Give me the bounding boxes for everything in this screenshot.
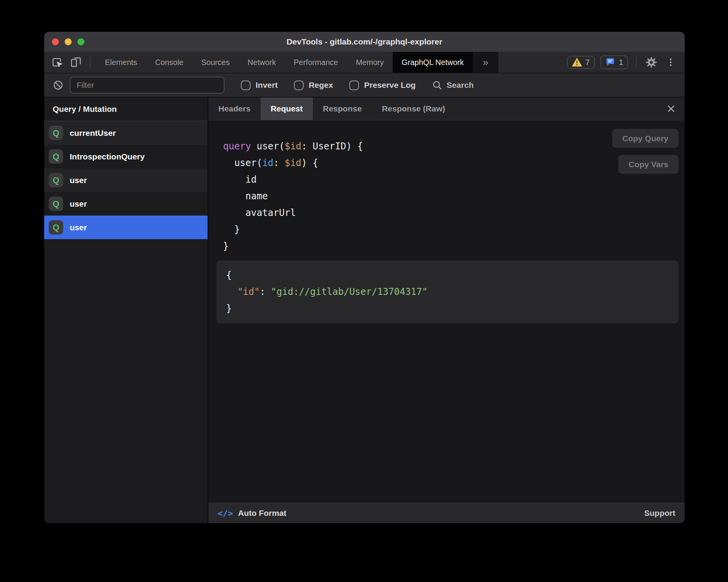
tab-response[interactable]: Response (313, 98, 372, 120)
filter-input[interactable] (70, 77, 225, 94)
checkbox-label-preserve-log: Preserve Log (364, 80, 416, 90)
message-icon (605, 57, 615, 67)
minimize-window-button[interactable] (65, 38, 72, 45)
tab-request[interactable]: Request (261, 98, 313, 120)
list-item-introspectionquery[interactable]: QIntrospectionQuery (44, 145, 208, 168)
code-line: { (226, 267, 669, 284)
list-item-label: user (70, 199, 87, 209)
list-item-label: user (70, 176, 87, 185)
search-label: Search (446, 80, 474, 90)
support-link[interactable]: Support (644, 508, 675, 518)
code-line: } (226, 300, 669, 317)
device-toolbar-icon[interactable] (69, 55, 83, 69)
variables-panel: { "id": "gid://gitlab/User/13704317"} (216, 260, 678, 324)
checkbox-label-regex: Regex (309, 80, 333, 90)
toolbar-right-group: 7 1 (567, 52, 685, 73)
code-line: } (223, 238, 685, 255)
main-split: Query / Mutation QcurrentUserQIntrospect… (44, 98, 685, 523)
search-icon (432, 80, 443, 91)
list-item-user[interactable]: Quser (44, 168, 208, 192)
tab-response-raw[interactable]: Response (Raw) (372, 98, 455, 120)
titlebar: DevTools - gitlab.com/-/graphql-explorer (44, 32, 685, 52)
checkbox-preserve-log[interactable]: Preserve Log (349, 80, 416, 90)
checkbox-box-preserve-log[interactable] (349, 80, 359, 90)
auto-format-label: Auto Format (238, 508, 287, 518)
tab-headers[interactable]: Headers (208, 98, 261, 120)
screen-background: { "window": { "title": "DevTools - gitla… (0, 0, 728, 582)
tab-performance[interactable]: Performance (285, 52, 347, 73)
query-type-badge: Q (49, 126, 63, 140)
copy-buttons: Copy Query Copy Vars (612, 129, 678, 174)
list-item-label: IntrospectionQuery (70, 152, 145, 161)
list-item-label: currentUser (70, 128, 116, 138)
settings-gear-icon[interactable] (644, 55, 658, 69)
kebab-menu-icon[interactable] (664, 55, 678, 69)
list-item-label: user (70, 223, 87, 232)
search-button[interactable]: Search (432, 80, 474, 91)
warning-icon (572, 58, 582, 67)
checkbox-box-invert[interactable] (241, 80, 251, 90)
tab-network[interactable]: Network (239, 52, 285, 73)
clear-filter-icon[interactable] (51, 78, 65, 92)
close-detail-icon[interactable] (663, 98, 679, 120)
detail-panel: HeadersRequestResponseResponse (Raw) Cop… (208, 98, 685, 523)
inspect-element-icon[interactable] (50, 55, 64, 69)
checkbox-invert[interactable]: Invert (241, 80, 278, 90)
code-line: name (223, 188, 685, 205)
copy-vars-button[interactable]: Copy Vars (618, 155, 678, 174)
devtools-toolbar: ElementsConsoleSourcesNetworkPerformance… (44, 52, 685, 74)
auto-format-button[interactable]: </> Auto Format (218, 508, 287, 518)
code-line: id (223, 171, 685, 188)
more-tabs-button[interactable]: » (473, 52, 498, 73)
checkbox-regex[interactable]: Regex (294, 80, 333, 90)
warnings-button[interactable]: 7 (567, 56, 595, 69)
checkbox-box-regex[interactable] (294, 80, 304, 90)
toolbar-separator (636, 56, 637, 68)
tab-memory[interactable]: Memory (347, 52, 393, 73)
tab-elements[interactable]: Elements (96, 52, 146, 73)
list-item-user[interactable]: Quser (44, 192, 208, 216)
sidebar: Query / Mutation QcurrentUserQIntrospect… (44, 98, 208, 523)
messages-button[interactable]: 1 (600, 55, 628, 69)
messages-count: 1 (619, 58, 623, 67)
window-title: DevTools - gitlab.com/-/graphql-explorer (287, 37, 442, 46)
query-type-badge: Q (49, 197, 63, 211)
code-brackets-icon: </> (218, 508, 233, 518)
request-content: Copy Query Copy Vars query user($id: Use… (208, 120, 685, 503)
toolbar-separator (90, 56, 91, 68)
zoom-window-button[interactable] (77, 38, 84, 45)
warnings-count: 7 (585, 58, 590, 67)
window-controls (52, 32, 84, 52)
toolbar-left-icons (44, 52, 96, 73)
variables-code: { "id": "gid://gitlab/User/13704317"} (226, 267, 669, 317)
tab-sources[interactable]: Sources (192, 52, 239, 73)
code-line: } (223, 221, 685, 238)
filter-bar: InvertRegexPreserve Log Search (44, 74, 685, 98)
list-item-currentuser[interactable]: QcurrentUser (44, 121, 208, 145)
copy-query-button[interactable]: Copy Query (612, 129, 678, 148)
filter-checkbox-group: InvertRegexPreserve Log (241, 80, 416, 90)
query-type-badge: Q (49, 149, 63, 164)
tab-console[interactable]: Console (146, 52, 192, 73)
code-line: avatarUrl (223, 205, 685, 221)
list-item-user[interactable]: Quser (44, 216, 208, 239)
code-line: "id": "gid://gitlab/User/13704317" (226, 284, 669, 300)
devtools-tab-strip: ElementsConsoleSourcesNetworkPerformance… (96, 52, 473, 73)
detail-tab-strip: HeadersRequestResponseResponse (Raw) (208, 98, 685, 120)
devtools-window: DevTools - gitlab.com/-/graphql-explorer… (44, 32, 685, 523)
query-type-badge: Q (49, 173, 63, 187)
query-type-badge: Q (49, 220, 63, 235)
checkbox-label-invert: Invert (256, 80, 278, 90)
tab-graphql-network[interactable]: GraphQL Network (393, 52, 472, 73)
detail-footer: </> Auto Format Support (208, 503, 685, 523)
query-list: QcurrentUserQIntrospectionQueryQuserQuse… (44, 121, 208, 239)
close-window-button[interactable] (52, 38, 59, 45)
sidebar-header: Query / Mutation (44, 98, 208, 121)
